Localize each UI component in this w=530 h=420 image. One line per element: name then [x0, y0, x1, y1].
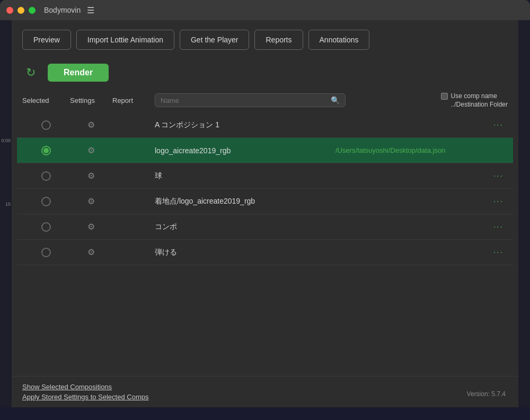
compositions-list: ⚙ A コンポジション 1 ··· ⚙ logo_aicreate2019_rg — [12, 112, 518, 376]
comp-name-1: A コンポジション 1 — [155, 120, 489, 130]
gear-icon-3[interactable]: ⚙ — [87, 171, 95, 181]
gear-icon-5[interactable]: ⚙ — [87, 222, 95, 232]
col-settings-header: Settings — [70, 97, 112, 104]
radio-button-4[interactable] — [41, 197, 51, 206]
use-comp-label: Use comp name — [451, 92, 497, 100]
settings-cell-4[interactable]: ⚙ — [70, 196, 112, 206]
bottom-bar: Show Selected Compositions Apply Stored … — [12, 376, 518, 407]
comp-name-2: logo_aicreate2019_rgb — [155, 146, 327, 155]
bottom-strip — [0, 407, 530, 420]
comp-name-6: 弾ける — [155, 248, 489, 257]
radio-cell-5[interactable] — [22, 222, 70, 232]
show-selected-link[interactable]: Show Selected Compositions — [22, 383, 508, 391]
preview-button[interactable]: Preview — [22, 30, 71, 50]
dest-folder-label: ../Destination Folder — [451, 101, 508, 108]
title-bar: Bodymovin ☰ — [0, 0, 530, 20]
left-timeline-strip: 0;00 15 — [0, 20, 12, 407]
menu-icon[interactable]: ☰ — [87, 5, 94, 15]
settings-cell-6[interactable]: ⚙ — [70, 247, 112, 257]
app-title: Bodymovin — [44, 6, 81, 14]
comp-name-4: 着地点/logo_aicreate2019_rgb — [155, 197, 489, 206]
table-row: ⚙ logo_aicreate2019_rgb /Users/tatsuyosh… — [17, 138, 513, 163]
radio-button-6[interactable] — [41, 248, 51, 257]
minimize-button[interactable] — [17, 7, 24, 14]
get-player-button[interactable]: Get the Player — [180, 30, 250, 50]
version-text: Version: 5.7.4 — [467, 390, 506, 398]
radio-cell-4[interactable] — [22, 197, 70, 206]
table-row: ⚙ A コンポジション 1 ··· — [17, 112, 513, 138]
table-header: Selected Settings Report 🔍 Use comp name… — [12, 88, 518, 112]
gear-icon-2[interactable]: ⚙ — [87, 145, 95, 155]
comp-name-5: コンポ — [155, 222, 489, 232]
comp-name-3: 球 — [155, 171, 489, 181]
import-lottie-button[interactable]: Import Lottie Animation — [76, 30, 174, 50]
settings-cell-3[interactable]: ⚙ — [70, 171, 112, 181]
gear-icon-6[interactable]: ⚙ — [87, 247, 95, 257]
gear-icon-1[interactable]: ⚙ — [87, 120, 95, 130]
use-comp-checkbox[interactable] — [441, 93, 448, 100]
use-comp-name-area: Use comp name ../Destination Folder — [441, 92, 508, 108]
close-button[interactable] — [6, 7, 13, 14]
radio-button-5[interactable] — [41, 222, 51, 232]
col-report-header: Report — [112, 97, 155, 104]
radio-button-1[interactable] — [41, 120, 51, 130]
dots-menu-3[interactable]: ··· — [489, 171, 508, 181]
timeline-marker-15: 15 — [4, 200, 12, 208]
search-icon: 🔍 — [331, 96, 340, 104]
apply-settings-link[interactable]: Apply Stored Settings to Selected Comps — [22, 393, 508, 401]
nav-bar: Preview Import Lottie Animation Get the … — [12, 20, 518, 59]
col-selected-header: Selected — [22, 97, 70, 104]
main-content: Preview Import Lottie Animation Get the … — [12, 20, 518, 407]
radio-button-3[interactable] — [41, 171, 51, 181]
maximize-button[interactable] — [29, 7, 36, 14]
annotations-button[interactable]: Annotations — [308, 30, 370, 50]
timeline-marker-0: 0;00 — [0, 137, 12, 144]
table-row: ⚙ 球 ··· — [17, 163, 513, 189]
use-comp-checkbox-row: Use comp name — [441, 92, 497, 100]
search-box[interactable]: 🔍 — [155, 93, 346, 107]
refresh-icon[interactable]: ↻ — [22, 64, 39, 81]
radio-button-2[interactable] — [41, 146, 51, 155]
settings-cell-2[interactable]: ⚙ — [70, 145, 112, 155]
right-strip — [518, 20, 530, 407]
radio-cell-1[interactable] — [22, 120, 70, 130]
dots-menu-5[interactable]: ··· — [489, 222, 508, 232]
comp-path-2: /Users/tatsuyoshi/Desktop/data.json — [335, 146, 508, 154]
radio-cell-6[interactable] — [22, 248, 70, 257]
gear-icon-4[interactable]: ⚙ — [87, 196, 95, 206]
radio-cell-3[interactable] — [22, 171, 70, 181]
col-name-header: 🔍 — [155, 93, 432, 107]
radio-cell-2[interactable] — [22, 146, 70, 155]
settings-cell-5[interactable]: ⚙ — [70, 222, 112, 232]
dots-menu-1[interactable]: ··· — [489, 120, 508, 130]
table-row: ⚙ 着地点/logo_aicreate2019_rgb ··· — [17, 189, 513, 214]
dots-menu-6[interactable]: ··· — [489, 248, 508, 257]
table-row: ⚙ 弾ける ··· — [17, 240, 513, 265]
table-row: ⚙ コンポ ··· — [17, 214, 513, 240]
dots-menu-4[interactable]: ··· — [489, 197, 508, 206]
settings-cell-1[interactable]: ⚙ — [70, 120, 112, 130]
reports-button[interactable]: Reports — [254, 30, 303, 50]
render-section: ↻ Render — [12, 59, 518, 88]
search-input[interactable] — [161, 97, 331, 104]
render-button[interactable]: Render — [48, 64, 109, 82]
